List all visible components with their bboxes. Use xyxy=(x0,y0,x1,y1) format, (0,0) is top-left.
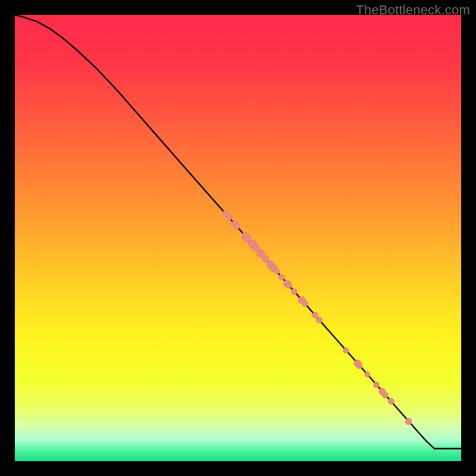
data-marker xyxy=(312,312,318,318)
chart-overlay xyxy=(15,15,461,461)
data-marker xyxy=(292,289,298,295)
data-marker xyxy=(374,382,380,388)
data-marker xyxy=(286,283,292,289)
bottleneck-curve xyxy=(15,15,461,449)
data-marker xyxy=(343,348,349,353)
data-marker xyxy=(383,392,389,398)
data-marker xyxy=(388,399,394,405)
plot-area xyxy=(15,15,461,461)
data-markers xyxy=(223,211,412,425)
data-marker xyxy=(356,363,362,369)
data-marker xyxy=(274,268,280,274)
data-marker xyxy=(405,418,412,425)
data-marker xyxy=(234,224,240,230)
data-marker xyxy=(262,256,269,262)
data-marker xyxy=(279,274,285,280)
data-marker xyxy=(365,372,370,377)
chart-stage: TheBottleneck.com xyxy=(0,0,476,476)
data-marker xyxy=(226,215,232,221)
data-marker xyxy=(302,300,308,306)
data-marker xyxy=(317,317,322,323)
